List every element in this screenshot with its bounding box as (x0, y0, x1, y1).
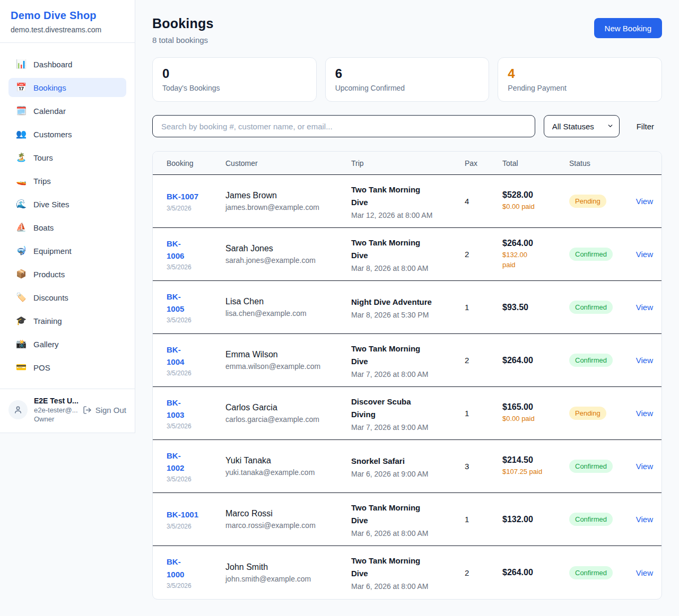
booking-id-link[interactable]: BK- 1006 (167, 237, 184, 262)
pax-count: 1 (465, 303, 502, 312)
view-link[interactable]: View (636, 409, 653, 418)
view-link[interactable]: View (636, 250, 653, 259)
main-content: Bookings 8 total bookings New Booking 0 … (135, 0, 679, 600)
logout-icon (83, 406, 92, 415)
customer-email: carlos.garcia@example.com (225, 415, 351, 424)
new-booking-button[interactable]: New Booking (594, 18, 662, 38)
pax-count: 3 (465, 462, 502, 471)
user-panel: E2E Test U... e2e-tester@... Owner Sign … (0, 389, 135, 433)
graduation-cap-icon: 🎓 (15, 316, 27, 325)
paid-amount: $132.00 paid (502, 250, 569, 270)
table-row: BK- 1006 3/5/2026 Sarah Jones sarah.jone… (153, 228, 661, 281)
total-amount: $264.00 (502, 239, 569, 248)
booking-date: 3/5/2026 (167, 476, 225, 483)
view-link[interactable]: View (636, 197, 653, 206)
sidebar-item-training[interactable]: 🎓 Training (8, 311, 126, 330)
filter-bar: All Statuses Filter (152, 115, 662, 137)
view-link[interactable]: View (636, 303, 653, 312)
sidebar-item-dive-sites[interactable]: 🌊 Dive Sites (8, 195, 126, 214)
trip-name: Night Dive Adventure (351, 296, 465, 309)
booking-date: 3/5/2026 (167, 316, 225, 324)
sidebar-item-discounts[interactable]: 🏷️ Discounts (8, 288, 126, 307)
sidebar-item-label: Equipment (33, 247, 72, 256)
sidebar-item-gallery[interactable]: 📸 Gallery (8, 335, 126, 354)
booking-id-link[interactable]: BK- 1002 (167, 450, 184, 474)
trip-datetime: Mar 8, 2026 at 8:00 AM (351, 264, 465, 272)
column-header-booking: Booking (167, 159, 225, 168)
app-window: Demo Dive Shop demo.test.divestreams.com… (0, 0, 679, 600)
status-badge: Confirmed (569, 248, 613, 261)
island-icon: 🏝️ (15, 153, 27, 162)
trip-name: Two Tank Morning Dive (351, 555, 465, 580)
status-badge: Confirmed (569, 354, 613, 367)
table-header: Booking Customer Trip Pax Total Status (153, 152, 661, 175)
trip-name: Discover Scuba Diving (351, 395, 465, 421)
pax-count: 4 (465, 197, 502, 206)
table-row: BK- 1003 3/5/2026 Carlos Garcia carlos.g… (153, 387, 661, 440)
stat-value: 0 (162, 66, 307, 81)
sidebar-item-dashboard[interactable]: 📊 Dashboard (8, 55, 126, 74)
paid-amount: $0.00 paid (502, 414, 569, 424)
filter-button[interactable]: Filter (629, 122, 662, 131)
pax-count: 2 (465, 250, 502, 259)
sidebar-item-equipment[interactable]: 🤿 Equipment (8, 241, 126, 260)
total-amount: $528.00 (502, 190, 569, 200)
status-filter-wrap: All Statuses (544, 115, 620, 137)
view-link[interactable]: View (636, 515, 653, 524)
booking-id-link[interactable]: BK- 1005 (167, 291, 184, 315)
sidebar-nav: 📊 Dashboard 📅 Bookings 🗓️ Calendar 👥 Cus… (0, 43, 135, 389)
booking-date: 3/5/2026 (167, 205, 225, 212)
customer-email: james.brown@example.com (225, 203, 351, 212)
sidebar-item-trips[interactable]: 🚤 Trips (8, 171, 126, 190)
sidebar-item-label: Boats (33, 223, 54, 232)
user-meta: E2E Test U... e2e-tester@... Owner (34, 397, 76, 423)
view-link[interactable]: View (636, 462, 653, 471)
status-filter-select[interactable]: All Statuses (544, 115, 620, 137)
trip-name: Two Tank Morning Dive (351, 236, 465, 262)
trip-datetime: Mar 8, 2026 at 5:30 PM (351, 311, 465, 319)
table-row: BK-1001 3/5/2026 Marco Rossi marco.rossi… (153, 493, 661, 546)
page-title: Bookings (152, 16, 214, 31)
customer-email: john.smith@example.com (225, 575, 351, 583)
sign-out-button[interactable]: Sign Out (83, 406, 126, 415)
sidebar-item-products[interactable]: 📦 Products (8, 265, 126, 284)
stat-value: 4 (508, 66, 652, 81)
booking-id-link[interactable]: BK- 1004 (167, 344, 184, 368)
sailboat-icon: ⛵ (15, 223, 27, 232)
brand-name: Demo Dive Shop (11, 10, 124, 22)
sidebar-item-label: Tours (33, 153, 53, 162)
view-link[interactable]: View (636, 568, 653, 577)
stat-card-todays-bookings: 0 Today's Bookings (152, 57, 317, 102)
sign-out-label: Sign Out (95, 406, 126, 415)
booking-id-link[interactable]: BK-1007 (167, 190, 198, 203)
search-input[interactable] (152, 115, 535, 137)
sidebar-item-label: Trips (33, 177, 51, 186)
trip-name: Two Tank Morning Dive (351, 501, 465, 527)
pax-count: 1 (465, 515, 502, 524)
total-amount: $264.00 (502, 356, 569, 365)
column-header-trip: Trip (351, 159, 465, 168)
table-row: BK- 1000 3/5/2026 John Smith john.smith@… (153, 546, 661, 599)
table-row: BK- 1005 3/5/2026 Lisa Chen lisa.chen@ex… (153, 281, 661, 334)
booking-id-link[interactable]: BK-1001 (167, 508, 198, 521)
column-header-customer: Customer (225, 159, 351, 168)
sidebar-item-customers[interactable]: 👥 Customers (8, 125, 126, 144)
total-amount: $93.50 (502, 303, 569, 312)
calendar-icon: 📅 (15, 83, 27, 92)
booking-id-link[interactable]: BK- 1003 (167, 397, 184, 421)
sidebar-item-label: Bookings (33, 83, 66, 92)
sidebar-item-tours[interactable]: 🏝️ Tours (8, 148, 126, 167)
table-row: BK- 1004 3/5/2026 Emma Wilson emma.wilso… (153, 334, 661, 387)
trip-datetime: Mar 7, 2026 at 9:00 AM (351, 423, 465, 432)
booking-id-link[interactable]: BK- 1000 (167, 556, 184, 580)
sidebar-item-boats[interactable]: ⛵ Boats (8, 218, 126, 237)
sidebar-item-calendar[interactable]: 🗓️ Calendar (8, 101, 126, 120)
table-row: BK- 1002 3/5/2026 Yuki Tanaka yuki.tanak… (153, 440, 661, 493)
package-icon: 📦 (15, 270, 27, 278)
stats-row: 0 Today's Bookings 6 Upcoming Confirmed … (152, 57, 662, 102)
sidebar-item-bookings[interactable]: 📅 Bookings (8, 78, 126, 97)
sidebar-item-pos[interactable]: 💳 POS (8, 358, 126, 377)
customer-name: Lisa Chen (225, 297, 351, 306)
view-link[interactable]: View (636, 356, 653, 365)
customer-name: John Smith (225, 562, 351, 572)
